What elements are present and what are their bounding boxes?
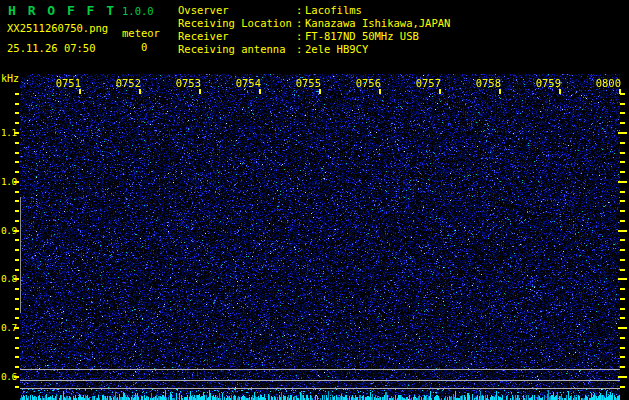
freq-major-tick-right <box>618 181 627 183</box>
freq-major-tick-left <box>14 181 19 183</box>
freq-minor-tick-right <box>620 103 625 105</box>
freq-minor-tick-right <box>620 152 625 154</box>
freq-minor-tick-right <box>620 386 625 388</box>
freq-minor-tick-right <box>620 337 625 339</box>
freq-minor-tick-left <box>15 161 19 163</box>
freq-minor-tick-left <box>15 249 19 251</box>
freq-minor-tick-right <box>620 220 625 222</box>
freq-minor-tick-left <box>15 317 19 319</box>
capture-datetime: 25.11.26 07:50 <box>7 42 96 54</box>
freq-minor-tick-left <box>15 288 19 290</box>
station-separator: : <box>296 4 305 17</box>
freq-minor-tick-left <box>15 386 19 388</box>
freq-minor-tick-left <box>15 366 19 368</box>
freq-minor-tick-right <box>620 317 625 319</box>
freq-minor-tick-left <box>15 93 19 95</box>
app-title: H R O F F T <box>8 3 116 18</box>
station-row: Receiver:FT-817ND 50MHz USB <box>178 30 450 43</box>
freq-minor-tick-left <box>15 259 19 261</box>
station-label: Ovserver <box>178 4 296 17</box>
freq-minor-tick-right <box>620 298 625 300</box>
app-version: 1.0.0 <box>122 5 154 17</box>
freq-minor-tick-left <box>15 298 19 300</box>
station-row: Ovserver:Lacofilms <box>178 4 450 17</box>
station-value: Kanazawa Ishikawa,JAPAN <box>305 17 450 30</box>
time-tick <box>379 89 381 94</box>
time-tick-label: 0758 <box>471 77 501 89</box>
hrofft-screen: H R O F F T 1.0.0 XX2511260750.png meteo… <box>0 0 629 400</box>
freq-minor-tick-left <box>15 347 19 349</box>
freq-minor-tick-right <box>620 239 625 241</box>
freq-major-tick-left <box>14 327 19 329</box>
freq-minor-tick-right <box>620 288 625 290</box>
freq-minor-tick-left <box>15 210 19 212</box>
freq-minor-tick-left <box>15 269 19 271</box>
freq-minor-tick-right <box>620 161 625 163</box>
meteor-counter-value: 0 <box>141 41 147 53</box>
freq-major-tick-right <box>618 327 627 329</box>
freq-minor-tick-right <box>620 259 625 261</box>
freq-major-tick-right <box>618 376 627 378</box>
freq-minor-tick-right <box>620 249 625 251</box>
station-row: Receiving antenna:2ele HB9CY <box>178 43 450 56</box>
freq-minor-tick-left <box>15 112 19 114</box>
freq-minor-tick-right <box>620 171 625 173</box>
time-tick <box>439 89 441 94</box>
freq-minor-tick-left <box>15 337 19 339</box>
freq-minor-tick-left <box>15 308 19 310</box>
freq-minor-tick-left <box>15 191 19 193</box>
station-info: Ovserver:LacofilmsReceiving Location:Kan… <box>178 4 450 56</box>
freq-minor-tick-right <box>620 308 625 310</box>
freq-minor-tick-right <box>620 366 625 368</box>
freq-minor-tick-left <box>15 152 19 154</box>
time-tick <box>139 89 141 94</box>
time-tick-label: 0757 <box>411 77 441 89</box>
time-tick <box>79 89 81 94</box>
meteor-counter-label: meteor <box>122 27 160 39</box>
freq-minor-tick-right <box>620 200 625 202</box>
time-tick <box>199 89 201 94</box>
station-value: Lacofilms <box>305 4 362 17</box>
freq-major-tick-left <box>14 132 19 134</box>
capture-filename: XX2511260750.png <box>7 22 108 34</box>
station-separator: : <box>296 30 305 43</box>
time-tick-label: 0751 <box>51 77 81 89</box>
freq-minor-tick-left <box>15 122 19 124</box>
freq-major-tick-right <box>618 132 627 134</box>
station-row: Receiving Location:Kanazawa Ishikawa,JAP… <box>178 17 450 30</box>
freq-minor-tick-left <box>15 356 19 358</box>
freq-minor-tick-right <box>620 269 625 271</box>
time-tick-label: 0756 <box>351 77 381 89</box>
freq-major-tick-left <box>14 278 19 280</box>
freq-minor-tick-right <box>620 112 625 114</box>
freq-minor-tick-left <box>15 103 19 105</box>
time-tick <box>499 89 501 94</box>
spectrogram-canvas <box>20 74 620 400</box>
time-tick-label: 0755 <box>291 77 321 89</box>
time-tick <box>259 89 261 94</box>
station-separator: : <box>296 17 305 30</box>
time-tick <box>319 89 321 94</box>
time-tick <box>619 89 621 94</box>
freq-minor-tick-left <box>15 239 19 241</box>
time-tick <box>559 89 561 94</box>
freq-axis-unit: kHz <box>1 73 19 84</box>
station-separator: : <box>296 43 305 56</box>
freq-minor-tick-right <box>620 122 625 124</box>
freq-minor-tick-right <box>620 356 625 358</box>
freq-major-tick-left <box>14 376 19 378</box>
freq-major-tick-right <box>618 278 627 280</box>
freq-minor-tick-right <box>620 142 625 144</box>
freq-minor-tick-right <box>620 347 625 349</box>
time-tick-label: 0752 <box>111 77 141 89</box>
time-tick-label: 0754 <box>231 77 261 89</box>
freq-minor-tick-left <box>15 200 19 202</box>
freq-minor-tick-left <box>15 171 19 173</box>
station-value: FT-817ND 50MHz USB <box>305 30 419 43</box>
time-tick-label: 0759 <box>531 77 561 89</box>
freq-minor-tick-left <box>15 142 19 144</box>
freq-minor-tick-right <box>620 210 625 212</box>
time-tick-label: 0753 <box>171 77 201 89</box>
station-label: Receiving Location <box>178 17 296 30</box>
station-label: Receiving antenna <box>178 43 296 56</box>
